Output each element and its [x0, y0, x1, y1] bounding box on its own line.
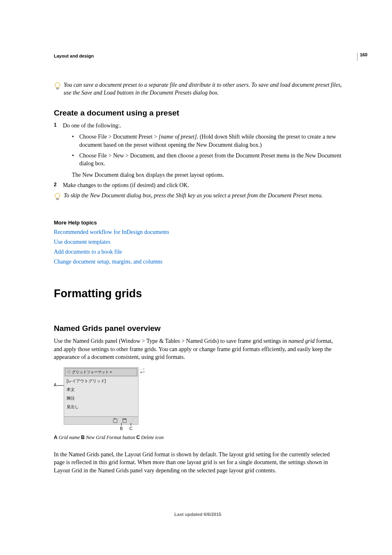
caption-b-text: New Grid Format button	[85, 435, 136, 440]
svg-rect-5	[114, 418, 115, 419]
bullet-file-document-preset: Choose File > Document Preset > [name of…	[72, 133, 342, 149]
caption-a-text: Grid name	[58, 435, 81, 440]
caption-b-label: B	[81, 435, 85, 440]
overview-paragraph-1: Use the Named Grids panel (Window > Type…	[54, 337, 342, 361]
svg-rect-4	[113, 419, 117, 423]
lightbulb-icon	[54, 192, 61, 202]
step-2: Make changes to the options (if desired)…	[54, 181, 342, 190]
overview-paragraph-2: In the Named Grids panel, the Layout Gri…	[54, 451, 342, 475]
page-number: 160	[357, 53, 367, 61]
tip-skip-dialog: To skip the New Document dialog box, pre…	[54, 192, 342, 202]
caption-c-text: Delete icon	[140, 435, 164, 440]
panel-blank	[64, 412, 138, 416]
panel-title-text: グリッドフォーマット	[72, 370, 109, 374]
named-grids-panel: ◇ グリッドフォーマット × [レイアウトグリッド] 本文 脚注 見出し ⋰	[64, 367, 138, 425]
bullet-file-new-document: Choose File > New > Document, and then c…	[72, 152, 342, 168]
link-use-document-templates[interactable]: Use document templates	[54, 239, 342, 245]
section-header: Layout and design	[54, 53, 342, 58]
panel-window-controls: – ×▸≡	[140, 367, 145, 374]
more-help-topics-heading: More Help topics	[54, 220, 342, 226]
link-change-document-setup[interactable]: Change document setup, margins, and colu…	[54, 259, 342, 265]
caption-a-label: A	[54, 435, 58, 440]
figure-caption: A Grid name B New Grid Format button C D…	[54, 435, 342, 441]
tip-text: You can save a document preset to a sepa…	[64, 81, 342, 97]
tip-text: To skip the New Document dialog box, pre…	[64, 192, 323, 200]
new-grid-format-icon[interactable]	[113, 418, 118, 423]
tip-save-preset: You can save a document preset to a sepa…	[54, 81, 342, 97]
panel-row-layout-grid[interactable]: [レイアウトグリッド]	[64, 377, 138, 386]
link-recommended-workflow[interactable]: Recommended workflow for InDesign docume…	[54, 229, 342, 236]
page-footer: Last updated 6/6/2015	[54, 512, 342, 517]
resize-grip-icon[interactable]: ⋰	[131, 418, 135, 423]
callout-label-b: B	[120, 426, 123, 431]
svg-point-0	[55, 83, 60, 88]
panel-row-footnote[interactable]: 脚注	[64, 394, 138, 403]
svg-rect-6	[123, 419, 126, 423]
overview-p1-pre: Use the Named Grids panel (Window > Type…	[54, 338, 288, 344]
step-1: Do one of the following:. Choose File > …	[54, 122, 342, 179]
svg-point-2	[55, 193, 60, 198]
heading-named-grids-overview: Named Grids panel overview	[54, 324, 342, 333]
callout-label-a: A	[54, 383, 57, 387]
bullet1-em: [name of preset]	[159, 134, 197, 140]
step-1-text: Do one of the following:.	[63, 123, 121, 129]
panel-row-body[interactable]: 本文	[64, 386, 138, 394]
heading-create-document-preset: Create a document using a preset	[54, 109, 342, 118]
step-1-note: The New Document dialog box displays the…	[72, 171, 342, 179]
link-add-documents-book[interactable]: Add documents to a book file	[54, 249, 342, 255]
lightbulb-icon	[54, 82, 61, 92]
heading-formatting-grids: Formatting grids	[54, 287, 342, 300]
panel-footer: ⋰	[64, 416, 138, 424]
svg-rect-7	[122, 419, 127, 419]
callout-bottom-labels: B C	[64, 425, 138, 432]
delete-icon[interactable]	[122, 418, 127, 423]
bullet1-pre: Choose File > Document Preset >	[79, 134, 159, 140]
panel-row-heading[interactable]: 見出し	[64, 403, 138, 412]
panel-tab[interactable]: ◇ グリッドフォーマット ×	[65, 368, 137, 376]
overview-p1-em: named grid	[288, 338, 315, 344]
named-grids-panel-figure: A – ×▸≡ ◇ グリッドフォーマット × [レイアウトグリッド] 本文 脚注…	[54, 367, 144, 432]
callout-label-c: C	[129, 426, 132, 431]
callout-line-a	[57, 385, 64, 386]
